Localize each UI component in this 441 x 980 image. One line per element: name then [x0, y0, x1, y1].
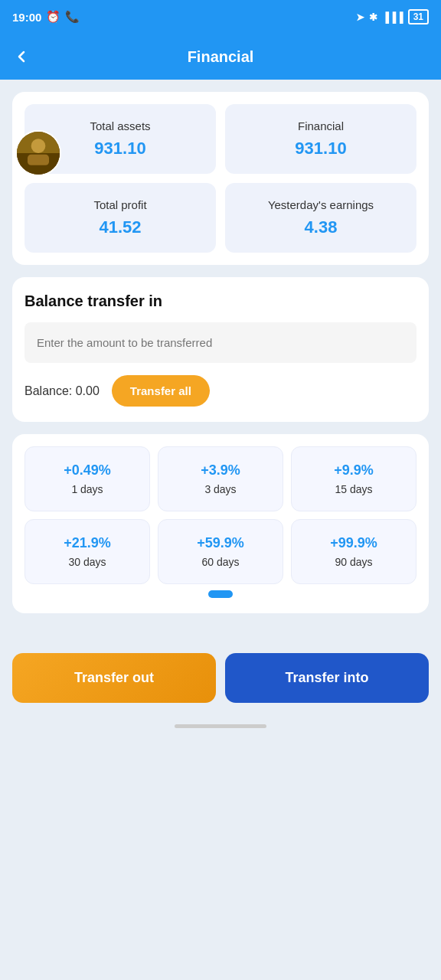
status-time: 19:00 — [12, 11, 41, 24]
transfer-into-button[interactable]: Transfer into — [225, 653, 429, 703]
total-assets-value: 931.10 — [94, 139, 145, 158]
signal-icon: ▐▐▐ — [382, 11, 403, 23]
rate-card[interactable]: +0.49% 1 days — [24, 446, 150, 511]
home-indicator — [0, 715, 441, 734]
total-assets-label: Total assets — [90, 119, 150, 132]
rate-card[interactable]: +21.9% 30 days — [24, 519, 150, 584]
avatar — [15, 130, 61, 176]
transfer-all-button[interactable]: Transfer all — [112, 375, 210, 407]
phone-icon: 📞 — [65, 10, 80, 24]
page-title: Financial — [188, 48, 254, 66]
financial-card: Financial 931.10 — [225, 104, 416, 174]
alarm-icon: ⏰ — [46, 10, 60, 24]
rate-days: 60 days — [201, 556, 239, 568]
rate-percent: +9.9% — [334, 462, 374, 479]
transfer-title: Balance transfer in — [24, 292, 416, 310]
avatar-image — [17, 132, 60, 175]
balance-row: Balance: 0.00 Transfer all — [24, 375, 416, 407]
status-bar: 19:00 ⏰ 📞 ➤ ✱ ▐▐▐ 31 — [0, 0, 441, 34]
rate-days: 30 days — [68, 556, 106, 568]
rate-days: 90 days — [335, 556, 372, 568]
svg-rect-2 — [31, 139, 46, 153]
battery-indicator: 31 — [408, 9, 429, 24]
rates-grid: +0.49% 1 days +3.9% 3 days +9.9% 15 days… — [24, 446, 416, 584]
action-buttons: Transfer out Transfer into — [0, 641, 441, 715]
rate-percent: +99.9% — [330, 535, 377, 551]
rate-card[interactable]: +9.9% 15 days — [291, 446, 416, 511]
home-bar — [175, 724, 266, 728]
rates-container: +0.49% 1 days +3.9% 3 days +9.9% 15 days… — [12, 434, 429, 613]
rate-card[interactable]: +59.9% 60 days — [158, 519, 283, 584]
rate-days: 3 days — [204, 483, 236, 495]
svg-rect-3 — [28, 155, 49, 165]
yesterday-earnings-value: 4.38 — [305, 217, 338, 237]
balance-label: Balance: 0.00 — [24, 384, 100, 398]
total-profit-value: 41.52 — [99, 217, 141, 237]
rate-days: 1 days — [71, 483, 103, 495]
bluetooth-icon: ✱ — [369, 11, 377, 23]
back-button[interactable] — [12, 47, 31, 66]
page-header: Financial — [0, 34, 441, 80]
transfer-section: Balance transfer in Balance: 0.00 Transf… — [12, 277, 429, 422]
rate-percent: +3.9% — [201, 462, 240, 479]
financial-value: 931.10 — [295, 139, 346, 158]
yesterday-earnings-card: Yesterday's earnings 4.38 — [225, 183, 416, 253]
rate-percent: +0.49% — [64, 462, 111, 479]
rate-percent: +21.9% — [64, 535, 111, 551]
pagination-dot-active — [208, 590, 233, 598]
status-left: 19:00 ⏰ 📞 — [12, 10, 80, 24]
main-content: Total assets 931.10 Financial 931.10 Tot… — [0, 80, 441, 638]
yesterday-earnings-label: Yesterday's earnings — [268, 198, 374, 211]
transfer-out-button[interactable]: Transfer out — [12, 653, 216, 703]
pagination — [24, 584, 416, 601]
rate-days: 15 days — [335, 483, 372, 495]
stats-container: Total assets 931.10 Financial 931.10 Tot… — [12, 92, 429, 265]
rate-card[interactable]: +3.9% 3 days — [158, 446, 283, 511]
total-profit-card: Total profit 41.52 — [24, 183, 216, 253]
rate-card[interactable]: +99.9% 90 days — [291, 519, 416, 584]
rate-percent: +59.9% — [197, 535, 244, 551]
total-profit-label: Total profit — [93, 198, 146, 211]
status-right: ➤ ✱ ▐▐▐ 31 — [356, 9, 429, 24]
financial-label: Financial — [298, 119, 344, 132]
transfer-amount-input[interactable] — [24, 322, 416, 363]
location-icon: ➤ — [356, 11, 364, 23]
